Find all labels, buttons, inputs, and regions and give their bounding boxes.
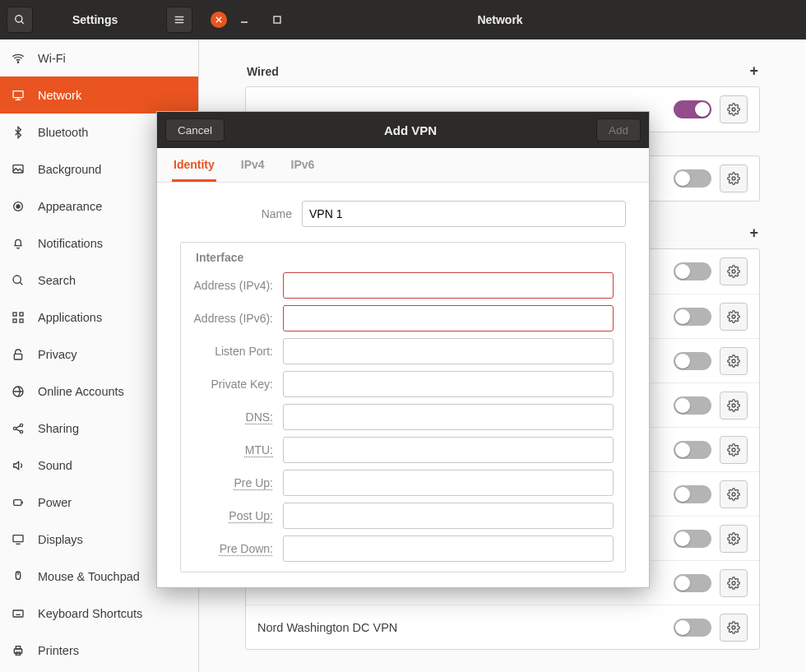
vpn-toggle[interactable] [674, 441, 711, 459]
vpn-toggle[interactable] [674, 352, 711, 370]
input-pre-up[interactable] [283, 470, 614, 496]
maximize-icon [273, 16, 281, 24]
gear-icon [727, 621, 740, 634]
svg-line-17 [20, 282, 22, 285]
input-address-ipv4[interactable] [283, 272, 614, 299]
search-icon [14, 14, 25, 25]
toggle[interactable] [674, 169, 711, 188]
vpn-toggle[interactable] [674, 396, 711, 415]
svg-point-52 [732, 582, 735, 585]
tab-identity[interactable]: Identity [172, 148, 216, 182]
name-label: Name [180, 207, 302, 220]
input-private-key[interactable] [283, 371, 614, 397]
sidebar-item-label: Sound [38, 459, 72, 472]
close-icon [215, 16, 222, 23]
add-wired-button[interactable]: + [749, 63, 758, 80]
svg-point-43 [732, 108, 735, 111]
header-search-button[interactable] [7, 7, 33, 33]
vpn-toggle[interactable] [674, 530, 711, 548]
section-title: Wired [247, 65, 279, 78]
sidebar-item-label: Network [38, 89, 81, 102]
header-menu-button[interactable] [166, 7, 192, 33]
tab-ipv6[interactable]: IPv6 [290, 148, 317, 182]
vpn-settings-button[interactable] [720, 525, 748, 553]
svg-rect-35 [13, 610, 23, 617]
sidebar-item-label: Notifications [38, 237, 103, 250]
vpn-settings-button[interactable] [720, 569, 748, 597]
settings-button[interactable] [720, 165, 748, 192]
sidebar-item-printers[interactable]: Printers [0, 632, 198, 669]
sidebar-item-label: Background [38, 163, 101, 176]
sidebar-item-label: Power [38, 496, 72, 509]
add-button[interactable]: Add [596, 118, 641, 141]
name-input[interactable] [302, 201, 626, 227]
gear-icon [727, 488, 740, 501]
svg-rect-29 [14, 499, 21, 505]
input-address-ipv6[interactable] [283, 305, 614, 331]
vpn-settings-button[interactable] [720, 347, 748, 375]
window-minimize-button[interactable] [240, 16, 260, 24]
wired-settings-button[interactable] [720, 95, 748, 123]
appearance-icon [12, 200, 26, 213]
svg-rect-19 [20, 313, 23, 316]
add-vpn-button[interactable]: + [749, 225, 758, 242]
input-mtu[interactable] [283, 437, 614, 463]
input-dns[interactable] [283, 404, 614, 430]
mouse-icon [12, 570, 26, 583]
vpn-toggle[interactable] [674, 619, 711, 637]
wifi-icon [12, 52, 26, 65]
sidebar-item-wi-fi[interactable]: Wi-Fi [0, 39, 198, 76]
vpn-toggle[interactable] [674, 308, 711, 326]
vpn-settings-button[interactable] [720, 303, 748, 331]
vpn-settings-button[interactable] [720, 392, 748, 419]
vpn-settings-button[interactable] [720, 614, 748, 642]
label-mtu: MTU: [192, 443, 283, 456]
sidebar-item-label: Applications [38, 311, 102, 324]
sidebar-item-keyboard-shortcuts[interactable]: Keyboard Shortcuts [0, 595, 198, 632]
tab-ipv4[interactable]: IPv4 [239, 148, 266, 182]
label-post-up: Post Up: [192, 509, 283, 522]
svg-rect-22 [14, 354, 21, 359]
power-icon [12, 496, 26, 509]
svg-point-49 [732, 448, 735, 452]
sidebar-item-label: Bluetooth [38, 126, 88, 139]
bell-icon [12, 237, 26, 250]
bluetooth-icon [12, 126, 26, 139]
page-title: Network [293, 13, 707, 26]
sidebar-item-label: Mouse & Touchpad [38, 570, 140, 583]
window-close-button[interactable] [211, 12, 227, 28]
wired-toggle[interactable] [674, 100, 711, 118]
input-pre-down[interactable] [283, 535, 614, 562]
vpn-settings-button[interactable] [720, 257, 748, 285]
sidebar-item-label: Search [38, 274, 76, 287]
cancel-button[interactable]: Cancel [165, 118, 225, 141]
label-pre-down: Pre Down: [192, 542, 283, 555]
vpn-toggle[interactable] [674, 262, 711, 280]
dialog-tabs: Identity IPv4 IPv6 [157, 148, 649, 183]
input-listen-port[interactable] [283, 338, 614, 364]
gear-icon [727, 265, 740, 278]
sidebar-item-label: Sharing [38, 422, 79, 435]
printers-icon [12, 644, 26, 657]
input-post-up[interactable] [283, 503, 614, 529]
vpn-toggle[interactable] [674, 485, 711, 503]
gear-icon [727, 172, 740, 185]
sidebar-item-label: Displays [38, 533, 83, 546]
online-icon [12, 385, 26, 398]
svg-point-9 [17, 62, 18, 63]
window-maximize-button[interactable] [273, 16, 293, 24]
vpn-settings-button[interactable] [720, 480, 748, 508]
svg-rect-31 [13, 535, 23, 541]
svg-line-1 [21, 21, 24, 24]
gear-icon [727, 355, 740, 368]
svg-point-44 [732, 177, 735, 180]
svg-rect-10 [13, 90, 23, 97]
sidebar-item-label: Online Accounts [38, 385, 124, 398]
gear-icon [727, 532, 740, 545]
label-addr4: Address (IPv4): [192, 279, 283, 292]
search-icon [12, 274, 26, 287]
apps-icon [12, 311, 26, 324]
vpn-settings-button[interactable] [720, 436, 748, 464]
sidebar-item-network[interactable]: Network [0, 76, 198, 114]
vpn-toggle[interactable] [674, 574, 711, 592]
